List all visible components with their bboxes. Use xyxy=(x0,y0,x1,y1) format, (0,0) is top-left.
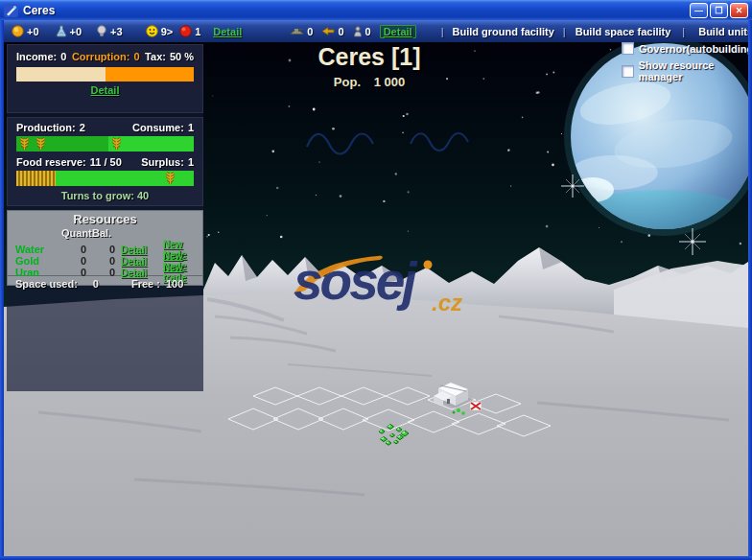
window-border-left xyxy=(0,20,4,560)
population-icon xyxy=(353,26,363,37)
tax-bar-income-segment xyxy=(16,67,106,82)
military-value: 0 xyxy=(307,26,313,37)
window-border-right xyxy=(748,20,752,560)
governor-checkbox-label: Governor(autobuilding) xyxy=(639,43,752,55)
resources-box: Resources Quant. Bal. Water 0 0 Detail N… xyxy=(7,210,203,286)
turns-to-grow: Turns to grow: 40 xyxy=(8,190,202,201)
maximize-button[interactable]: ❐ xyxy=(710,3,728,18)
window-title: Ceres xyxy=(23,4,55,17)
colony-info-panel: Income:0 Corruption:0 Tax:50 % Detail Pr… xyxy=(7,44,203,391)
economy-detail-link[interactable]: Detail xyxy=(91,84,120,96)
production-readout: Production:2 xyxy=(16,122,85,133)
military-unit-icon xyxy=(290,26,304,36)
happiness-value: 9> xyxy=(161,26,174,37)
col-bal: Bal. xyxy=(92,227,121,239)
governor-options: Governor(autobuilding) Show resource man… xyxy=(622,42,752,87)
economy-box: Income:0 Corruption:0 Tax:50 % Detail xyxy=(7,44,203,113)
toolbar: +0 +0 +3 9> 1 Detail 0 0 0 Detail | B xyxy=(4,20,748,42)
col-quant: Quant. xyxy=(61,227,92,239)
food-box: Production:2 Consume:1 Food reserve:11 /… xyxy=(7,117,203,206)
tax-bar-rate-segment xyxy=(106,67,195,82)
wheat-icon xyxy=(35,136,47,151)
window-icon xyxy=(4,4,18,17)
trade-arrow-icon xyxy=(321,26,335,36)
consume-readout: Consume:1 xyxy=(132,122,194,133)
toolbar-separator: | xyxy=(682,26,685,37)
gold-detail-link[interactable]: Detail xyxy=(121,256,163,267)
toolbar-separator: | xyxy=(441,26,444,37)
building-marker-flag xyxy=(470,402,482,410)
food-reserve-bar xyxy=(16,171,194,186)
build-space-facility-button[interactable]: Build space facility xyxy=(576,26,671,37)
resource-manager-checkbox-row[interactable]: Show resource manager xyxy=(622,59,752,82)
toolbar-population-value: 0 xyxy=(365,26,371,37)
trade-value: 0 xyxy=(338,26,343,37)
tax-readout: Tax:50 % xyxy=(145,51,194,62)
research-value: +0 xyxy=(70,26,82,37)
resource-row-water: Water 0 0 Detail New trade xyxy=(8,239,202,250)
toolbar-separator: | xyxy=(563,26,566,37)
close-button[interactable]: ✕ xyxy=(730,3,748,18)
wheat-icon xyxy=(164,171,176,185)
energy-value: +3 xyxy=(110,26,123,37)
build-units-ships-button[interactable]: Build units/ships xyxy=(698,26,752,37)
food-reserve-readout: Food reserve:11 / 50 xyxy=(16,156,122,168)
build-ground-facility-button[interactable]: Build ground facility xyxy=(452,26,553,37)
governor-checkbox-row[interactable]: Governor(autobuilding) xyxy=(622,42,752,55)
water-detail-link[interactable]: Detail xyxy=(121,245,163,255)
unrest-value: 1 xyxy=(195,26,200,37)
resource-manager-checkbox[interactable] xyxy=(622,65,634,78)
corruption-readout: Corruption:0 xyxy=(72,51,140,62)
resource-manager-checkbox-label: Show resource manager xyxy=(639,59,752,82)
game-window: Ceres [1] Pop. 1 000 Governor(autobuildi… xyxy=(0,0,752,560)
toolbar-detail-right-link[interactable]: Detail xyxy=(380,25,416,38)
minimize-button[interactable]: — xyxy=(690,3,708,18)
bulb-icon xyxy=(96,25,107,37)
toolbar-detail-left-link[interactable]: Detail xyxy=(213,26,242,37)
income-readout: Income:0 xyxy=(16,51,66,62)
wheat-icon xyxy=(110,136,123,151)
surplus-readout: Surplus:1 xyxy=(141,156,194,168)
title-bar[interactable]: Ceres — ❐ ✕ xyxy=(0,0,752,20)
uran-detail-link[interactable]: Detail xyxy=(121,268,163,278)
happy-face-icon xyxy=(146,25,158,37)
food-reserve-bar-fill xyxy=(16,171,56,186)
production-bar xyxy=(16,136,194,152)
resources-title: Resources xyxy=(8,212,202,226)
money-value: +0 xyxy=(27,26,39,37)
unhappy-face-icon xyxy=(179,25,192,37)
wheat-icon xyxy=(18,136,31,151)
tax-bar xyxy=(16,67,194,82)
governor-checkbox[interactable] xyxy=(622,42,634,55)
flask-icon xyxy=(56,25,67,37)
coin-icon xyxy=(12,25,24,37)
window-border-bottom xyxy=(0,556,752,560)
